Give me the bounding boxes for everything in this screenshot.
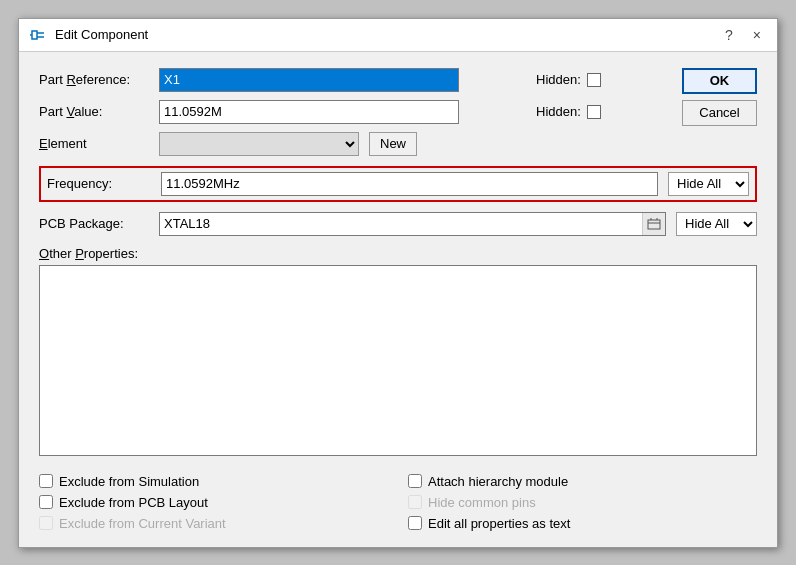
part-value-label: Part Value: [39,104,149,119]
element-row: Element New [39,132,520,156]
frequency-hide-select[interactable]: Hide All Show All Show [669,173,748,195]
other-properties-textarea[interactable] [39,265,757,456]
hidden-row-1: Hidden: [536,68,656,92]
close-button[interactable]: × [747,25,767,45]
pcb-package-input[interactable]: XTAL18 [160,213,642,235]
attach-hierarchy-checkbox[interactable] [408,474,422,488]
exclude-pcb-checkbox[interactable] [39,495,53,509]
pcb-package-label: PCB Package: [39,216,149,231]
component-icon [29,26,47,44]
edit-all-properties-row: Edit all properties as text [408,516,757,531]
attach-hierarchy-row: Attach hierarchy module [408,474,757,489]
ok-button[interactable]: OK [682,68,757,94]
hidden-label-2: Hidden: [536,104,581,119]
part-value-row: Part Value: 11.0592M [39,100,520,124]
pcb-hide-select[interactable]: Hide All Show All Show [676,212,757,236]
pcb-browse-button[interactable] [642,213,665,235]
element-dropdown[interactable] [159,132,359,156]
hidden-checkbox-1[interactable] [587,73,601,87]
exclude-pcb-row: Exclude from PCB Layout [39,495,388,510]
part-reference-input[interactable]: X1 [159,68,459,92]
fields-area: Part Reference: X1 Part Value: 11.0592M … [39,68,520,156]
exclude-pcb-label: Exclude from PCB Layout [59,495,208,510]
title-bar-controls: ? × [719,25,767,45]
hidden-area: Hidden: Hidden: [536,68,656,156]
other-properties-area: Other Properties: [39,246,757,456]
help-button[interactable]: ? [719,25,739,45]
edit-component-dialog: Edit Component ? × Part Reference: X1 [18,18,778,548]
hidden-row-2: Hidden: [536,100,656,124]
cancel-button[interactable]: Cancel [682,100,757,126]
hidden-label-1: Hidden: [536,72,581,87]
hide-common-pins-checkbox [408,495,422,509]
pcb-package-input-group: XTAL18 [159,212,666,236]
exclude-simulation-checkbox[interactable] [39,474,53,488]
edit-all-properties-label: Edit all properties as text [428,516,570,531]
element-label: Element [39,136,149,151]
svg-rect-0 [32,31,37,39]
pcb-package-row: PCB Package: XTAL18 Hide All Show All Sh… [39,212,757,236]
bottom-checkbox-col-2: Attach hierarchy module Hide common pins… [408,474,757,531]
part-reference-row: Part Reference: X1 [39,68,520,92]
right-buttons: OK Cancel [682,68,757,156]
edit-all-properties-checkbox[interactable] [408,516,422,530]
hide-common-pins-label: Hide common pins [428,495,536,510]
dialog-title: Edit Component [55,27,148,42]
svg-rect-4 [648,220,660,229]
title-bar: Edit Component ? × [19,19,777,52]
other-properties-label: Other Properties: [39,246,757,261]
exclude-variant-checkbox [39,516,53,530]
frequency-label: Frequency: [47,176,151,191]
frequency-input[interactable]: 11.0592MHz [161,172,658,196]
hide-common-pins-row: Hide common pins [408,495,757,510]
part-reference-label: Part Reference: [39,72,149,87]
frequency-row-highlighted: Frequency: 11.0592MHz Hide All Show All … [39,166,757,202]
exclude-simulation-label: Exclude from Simulation [59,474,199,489]
bottom-checkboxes-area: Exclude from Simulation Exclude from PCB… [39,474,757,531]
hidden-checkbox-2[interactable] [587,105,601,119]
top-area: Part Reference: X1 Part Value: 11.0592M … [39,68,757,156]
exclude-simulation-row: Exclude from Simulation [39,474,388,489]
title-bar-left: Edit Component [29,26,148,44]
new-button[interactable]: New [369,132,417,156]
browse-icon [647,217,661,231]
dialog-body: Part Reference: X1 Part Value: 11.0592M … [19,52,777,547]
exclude-variant-row: Exclude from Current Variant [39,516,388,531]
exclude-variant-label: Exclude from Current Variant [59,516,226,531]
attach-hierarchy-label: Attach hierarchy module [428,474,568,489]
frequency-hide-dropdown[interactable]: Hide All Show All Show [668,172,749,196]
bottom-checkbox-col-1: Exclude from Simulation Exclude from PCB… [39,474,388,531]
part-value-input[interactable]: 11.0592M [159,100,459,124]
